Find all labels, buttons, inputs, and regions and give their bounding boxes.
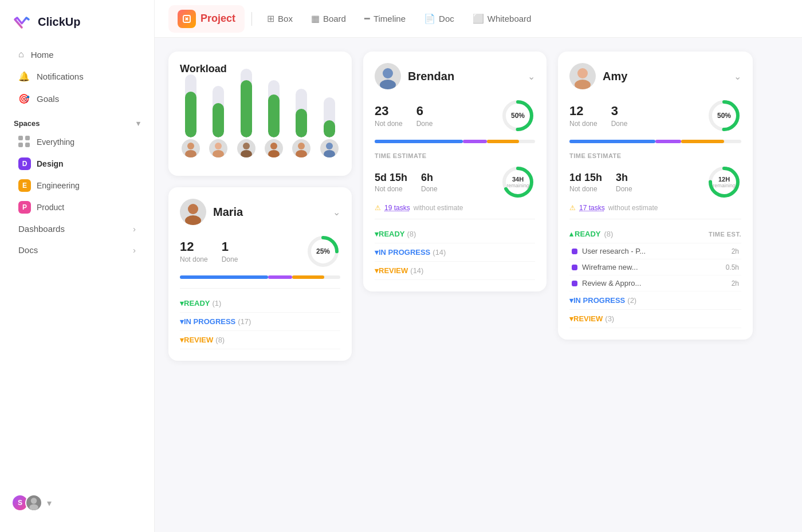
- sidebar-item-docs[interactable]: Docs ›: [5, 239, 150, 261]
- clickup-logo-icon: [11, 11, 32, 32]
- svg-point-8: [241, 150, 252, 157]
- sidebar-item-design[interactable]: D Design: [5, 153, 150, 175]
- brendan-header: Brendan ⌄: [375, 63, 535, 89]
- bar-bg-1: [185, 74, 196, 137]
- tab-timeline[interactable]: ━ Timeline: [356, 9, 414, 29]
- task-row-1: User research - P... 2h: [569, 243, 741, 259]
- maria-progress-bar: [180, 275, 340, 279]
- maria-progress-arrow: ▾: [180, 317, 184, 326]
- tab-doc-label: Doc: [439, 14, 454, 23]
- task-name-2: Wireframe new...: [582, 263, 721, 271]
- brendan-not-done-value: 23: [375, 104, 403, 119]
- tab-whiteboard[interactable]: ⬜ Whiteboard: [465, 9, 540, 29]
- maria-ready-count: (1): [213, 299, 222, 308]
- brendan-done-stat: 6 Done: [416, 104, 433, 128]
- brendan-name: Brendan: [408, 70, 454, 83]
- brendan-not-done-time-value: 5d 15h: [375, 172, 407, 184]
- sidebar-item-engineering[interactable]: E Engineering: [5, 175, 150, 196]
- brendan-status-ready[interactable]: ▾ READY (8): [375, 225, 535, 243]
- sidebar-item-dashboards[interactable]: Dashboards ›: [5, 218, 150, 239]
- brendan-nd-time-label: Not done: [375, 185, 407, 193]
- svg-point-12: [296, 150, 307, 157]
- topnav: Project ⊞ Box ▦ Board ━ Timeline 📄 Doc ⬜…: [155, 0, 802, 38]
- amy-d-time-label: Done: [616, 185, 632, 193]
- spaces-section-label[interactable]: Spaces ▾: [0, 110, 154, 131]
- sidebar-item-engineering-label: Engineering: [37, 181, 80, 190]
- svg-point-7: [243, 143, 250, 149]
- brendan-done-value: 6: [416, 104, 433, 119]
- amy-warning-link[interactable]: 17 tasks: [579, 204, 605, 212]
- brendan-progress-arrow: ▾: [375, 248, 379, 257]
- maria-review-arrow: ▾: [180, 336, 184, 344]
- bar-avatar-1: [182, 139, 200, 157]
- maria-done-stat: 1 Done: [222, 239, 238, 263]
- tab-doc[interactable]: 📄 Doc: [416, 9, 462, 29]
- sidebar-item-everything[interactable]: Everything: [5, 131, 150, 153]
- task-time-2: 0.5h: [726, 263, 739, 271]
- chevron-right-icon: ›: [133, 245, 136, 255]
- brendan-status-inprogress[interactable]: ▾ IN PROGRESS (14): [375, 243, 535, 262]
- logo-area: ClickUp: [0, 11, 154, 44]
- amy-status-review[interactable]: ▾ REVIEW (3): [569, 310, 741, 328]
- sidebar-item-notifications[interactable]: 🔔 Notifications: [5, 65, 150, 88]
- brendan-remaining: 34H remaining: [506, 176, 529, 188]
- whiteboard-icon: ⬜: [473, 13, 484, 24]
- amy-chevron-icon[interactable]: ⌄: [734, 71, 741, 82]
- svg-point-13: [326, 143, 333, 149]
- svg-point-5: [215, 143, 222, 149]
- amy-time-donut: 12H remaining: [707, 165, 741, 199]
- brendan-ready-label: READY: [379, 230, 405, 238]
- amy-avatar: [569, 63, 596, 89]
- sidebar-item-design-label: Design: [37, 159, 64, 168]
- amy-card: Amy ⌄ 12 Not done 3 Done: [558, 52, 753, 340]
- brendan-chevron-icon[interactable]: ⌄: [528, 71, 535, 82]
- task-row-2: Wireframe new... 0.5h: [569, 259, 741, 275]
- maria-ready-arrow: ▾: [180, 299, 184, 308]
- bar-fill-6: [324, 120, 335, 137]
- tab-box[interactable]: ⊞ Box: [259, 9, 301, 29]
- maria-info: Maria: [180, 199, 243, 225]
- amy-donut: 50%: [707, 98, 741, 133]
- amy-time-row: 1d 15h Not done 3h Done 12H: [569, 165, 741, 199]
- maria-review-count: (8): [215, 336, 225, 344]
- project-tab[interactable]: Project: [168, 5, 245, 33]
- brendan-remaining-label: 34H: [506, 176, 529, 183]
- amy-status-ready[interactable]: ▴ READY (8) TIME EST.: [569, 225, 741, 243]
- amy-not-done-value: 12: [569, 104, 597, 119]
- project-label: Project: [200, 13, 235, 25]
- brendan-not-done-time: 5d 15h Not done: [375, 172, 407, 193]
- sidebar-item-home[interactable]: ⌂ Home: [5, 44, 150, 65]
- maria-chevron-icon[interactable]: ⌄: [333, 207, 340, 218]
- sidebar-item-product[interactable]: P Product: [5, 196, 150, 218]
- amy-remaining: 12H remaining: [713, 176, 736, 188]
- brendan-not-done-stat: 23 Not done: [375, 104, 403, 128]
- tab-board[interactable]: ▦ Board: [303, 9, 354, 29]
- amy-done-label: Done: [611, 120, 628, 128]
- svg-point-1: [29, 505, 38, 510]
- content-area: Workload: [155, 38, 802, 532]
- amy-remaining-label: 12H: [713, 176, 736, 183]
- bar-fill-1: [185, 92, 196, 137]
- amy-progress-label: IN PROGRESS: [573, 296, 625, 305]
- amy-time-est-col: TIME EST.: [709, 231, 741, 238]
- sidebar-item-goals[interactable]: 🎯 Goals: [5, 88, 150, 110]
- maria-status-ready[interactable]: ▾ READY (1): [180, 294, 340, 313]
- home-icon: ⌂: [18, 49, 24, 60]
- amy-ready-row-left: ▴ READY (8): [569, 230, 613, 238]
- maria-status-inprogress[interactable]: ▾ IN PROGRESS (17): [180, 313, 340, 331]
- sidebar-footer: S ▾: [0, 485, 154, 521]
- bar-fill-2: [213, 103, 224, 137]
- amy-progress-count: (2): [627, 296, 636, 305]
- brendan-status-review[interactable]: ▾ REVIEW (14): [375, 262, 535, 280]
- bar-group-3: [235, 69, 257, 157]
- amy-status-inprogress[interactable]: ▾ IN PROGRESS (2): [569, 291, 741, 310]
- brendan-info: Brendan: [375, 63, 454, 89]
- brendan-review-count: (14): [410, 266, 423, 275]
- brendan-ready-arrow: ▾: [375, 230, 379, 238]
- brendan-time-row: 5d 15h Not done 6h Done 34H: [375, 165, 535, 199]
- maria-status-review[interactable]: ▾ REVIEW (8): [180, 331, 340, 349]
- user-dropdown-icon[interactable]: ▾: [47, 498, 52, 509]
- bar-group-2: [207, 86, 229, 157]
- svg-point-11: [298, 143, 305, 149]
- brendan-warning-link[interactable]: 19 tasks: [384, 204, 410, 212]
